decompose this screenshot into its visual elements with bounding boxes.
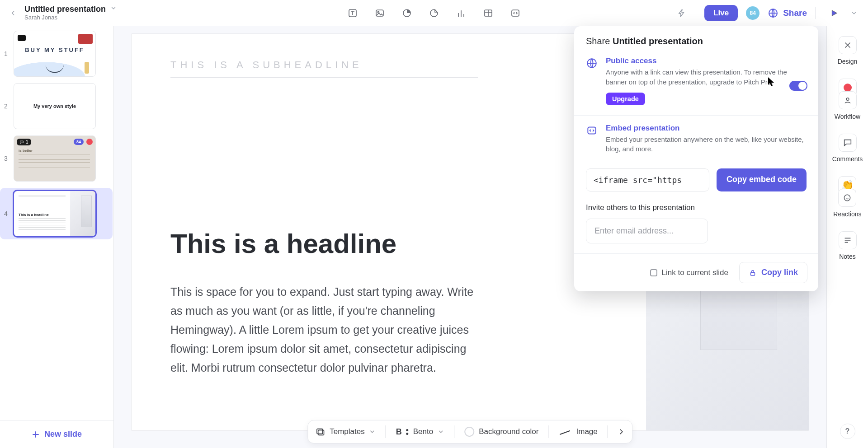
collab-pill: 84 bbox=[74, 139, 84, 145]
embed-code-field[interactable]: <iframe src="https bbox=[586, 168, 709, 191]
insert-shape-button[interactable] bbox=[401, 7, 413, 19]
slide-thumb-4[interactable]: This is a headline bbox=[14, 191, 96, 237]
slide-thumb-2[interactable]: My very own style bbox=[14, 83, 96, 129]
reactions-tab[interactable]: 👏 Reactions bbox=[833, 176, 861, 218]
thumb-row: 4 This is a headline bbox=[0, 188, 113, 239]
slide-toolbar: Templates B Bento Background color Image bbox=[307, 420, 632, 443]
insert-chart-button[interactable] bbox=[455, 7, 467, 19]
upgrade-button[interactable]: Upgrade bbox=[606, 93, 645, 105]
thumb-number: 4 bbox=[3, 210, 9, 217]
workflow-tab[interactable]: Workflow bbox=[835, 79, 860, 120]
share-title-prefix: Share bbox=[586, 36, 613, 46]
collaborator-avatar[interactable]: 84 bbox=[746, 6, 760, 20]
thumb-3-body bbox=[19, 154, 90, 169]
dots-icon bbox=[406, 429, 409, 435]
right-rail: Design Workflow Comments 👏 Reactions Not… bbox=[826, 26, 868, 448]
present-options-button[interactable] bbox=[848, 7, 860, 19]
divider bbox=[608, 425, 608, 438]
chevron-down-icon bbox=[369, 429, 376, 435]
insert-embed-button[interactable] bbox=[509, 7, 521, 19]
public-access-desc: Anyone with a link can view this present… bbox=[606, 67, 807, 87]
embed-desc: Embed your presentation anywhere on the … bbox=[606, 135, 807, 154]
layout-button[interactable]: B Bento bbox=[396, 427, 444, 437]
share-panel-footer: Link to current slide Copy link bbox=[574, 253, 818, 291]
recording-dot bbox=[86, 139, 93, 145]
image-line-icon bbox=[559, 428, 571, 436]
comment-badge[interactable]: 1 bbox=[17, 139, 31, 145]
public-access-toggle[interactable] bbox=[789, 81, 807, 91]
back-button[interactable] bbox=[8, 8, 18, 18]
insert-table-button[interactable] bbox=[482, 7, 494, 19]
svg-point-10 bbox=[844, 195, 850, 201]
globe-icon bbox=[768, 8, 778, 19]
notes-label: Notes bbox=[839, 253, 856, 260]
thumb-4-body bbox=[19, 218, 66, 232]
divider bbox=[386, 425, 386, 438]
link-current-slide-checkbox[interactable]: Link to current slide bbox=[650, 268, 728, 277]
person-icon bbox=[839, 91, 857, 109]
thumb-car-image bbox=[78, 34, 93, 44]
comments-tab[interactable]: Comments bbox=[832, 134, 863, 163]
copy-embed-button[interactable]: Copy embed code bbox=[717, 168, 807, 191]
svg-point-9 bbox=[846, 98, 849, 101]
design-tab[interactable]: Design bbox=[838, 36, 858, 65]
slide-subheadline[interactable]: THIS IS A SUBHEADLINE bbox=[170, 59, 363, 71]
live-button[interactable]: Live bbox=[704, 5, 738, 21]
present-button[interactable] bbox=[828, 7, 840, 19]
thumb-4-room bbox=[70, 191, 95, 236]
invite-label: Invite others to this presentation bbox=[574, 203, 818, 212]
bold-b-icon: B bbox=[396, 427, 402, 437]
invite-email-input[interactable] bbox=[586, 219, 708, 243]
share-label: Share bbox=[783, 8, 807, 18]
divider bbox=[454, 425, 454, 438]
divider bbox=[696, 7, 696, 19]
svg-rect-7 bbox=[317, 429, 323, 434]
insert-text-button[interactable] bbox=[347, 7, 359, 19]
embed-title: Embed presentation bbox=[606, 124, 807, 133]
slide-headline[interactable]: This is a headline bbox=[170, 228, 396, 259]
insert-sticker-button[interactable] bbox=[428, 7, 440, 19]
plus-icon bbox=[32, 430, 40, 439]
image-button[interactable]: Image bbox=[559, 427, 597, 436]
share-button[interactable]: Share bbox=[768, 8, 807, 19]
toolbar-next-button[interactable] bbox=[618, 428, 625, 435]
svg-rect-1 bbox=[376, 10, 383, 16]
notes-icon bbox=[839, 231, 857, 249]
templates-button[interactable]: Templates bbox=[315, 427, 375, 437]
thumb-1-title: BUY MY STUFF bbox=[14, 47, 95, 53]
help-button[interactable]: ? bbox=[840, 424, 855, 439]
layout-label: Bento bbox=[413, 427, 433, 436]
top-right-controls: Live 84 Share bbox=[676, 5, 860, 21]
divider bbox=[815, 7, 816, 19]
thumb-4-door bbox=[81, 196, 92, 227]
thumb-row: 1 BUY MY STUFF bbox=[3, 31, 110, 77]
slide-thumb-3[interactable]: 1 84 is better bbox=[14, 135, 96, 182]
share-panel: Share Untitled presentation Public acces… bbox=[574, 26, 818, 291]
slide-panel: 1 BUY MY STUFF 2 My very own style 3 bbox=[0, 26, 114, 448]
chevron-left-icon bbox=[10, 10, 16, 16]
thumb-1-lamp bbox=[85, 62, 89, 74]
design-icon bbox=[839, 36, 857, 54]
copy-link-label: Copy link bbox=[761, 268, 798, 277]
slide-body[interactable]: This is space for you to expand. Just st… bbox=[170, 282, 487, 377]
share-panel-title: Share Untitled presentation bbox=[574, 26, 818, 54]
chevron-right-icon bbox=[618, 428, 625, 435]
svg-rect-5 bbox=[512, 10, 519, 16]
thumb-3-heading: is better bbox=[19, 149, 33, 153]
workflow-label: Workflow bbox=[835, 113, 860, 120]
quick-actions-button[interactable] bbox=[676, 7, 688, 19]
presentation-title[interactable]: Untitled presentation bbox=[24, 5, 106, 14]
templates-label: Templates bbox=[330, 427, 364, 436]
background-color-button[interactable]: Background color bbox=[464, 427, 538, 437]
slide-thumbnails[interactable]: 1 BUY MY STUFF 2 My very own style 3 bbox=[0, 26, 113, 420]
copy-link-button[interactable]: Copy link bbox=[739, 262, 807, 283]
slide-thumb-1[interactable]: BUY MY STUFF bbox=[14, 31, 96, 77]
top-bar: Untitled presentation Sarah Jonas Live 8… bbox=[0, 0, 868, 26]
new-slide-button[interactable]: New slide bbox=[0, 420, 113, 448]
title-block: Untitled presentation Sarah Jonas bbox=[24, 5, 117, 22]
chevron-down-icon bbox=[438, 429, 444, 435]
title-menu-chevron[interactable] bbox=[110, 5, 117, 13]
insert-image-button[interactable] bbox=[374, 7, 386, 19]
share-title-name: Untitled presentation bbox=[613, 36, 703, 46]
notes-tab[interactable]: Notes bbox=[839, 231, 857, 260]
